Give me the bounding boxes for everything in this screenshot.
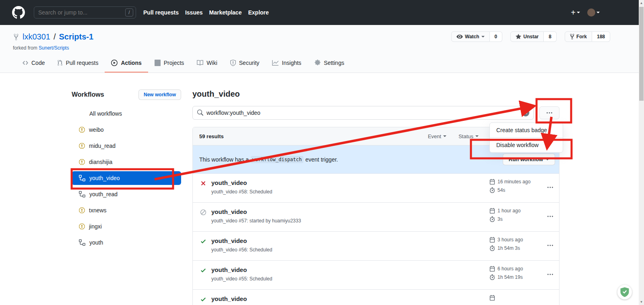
kebab-horizontal-icon <box>547 271 553 278</box>
run-options-button[interactable] <box>547 213 553 221</box>
sidebar-item-youth[interactable]: youth <box>72 234 181 251</box>
run-time: 16 minutes ago <box>497 179 530 185</box>
status-filter-label: Status <box>458 133 473 139</box>
status-filter-dropdown[interactable]: Status <box>458 133 479 139</box>
sidebar-item-jingxi[interactable]: jingxi <box>72 218 181 234</box>
nav-marketplace[interactable]: Marketplace <box>209 9 242 16</box>
run-title-link[interactable]: youth_video <box>211 179 272 186</box>
run-options-button[interactable] <box>547 184 553 192</box>
adguard-shield-badge[interactable] <box>617 285 632 299</box>
sidebar-item-midu-read[interactable]: midu_read <box>72 138 181 154</box>
scrollbar-thumb[interactable] <box>639 7 644 101</box>
kebab-horizontal-icon <box>546 110 553 116</box>
forked-from-label: forked from <box>13 45 37 51</box>
workflow-label: dianshijia <box>89 159 112 165</box>
fork-button[interactable]: Fork <box>565 31 592 42</box>
browser-scrollbar[interactable]: ▲ ▼ <box>639 0 644 305</box>
new-workflow-button[interactable]: New workflow <box>138 89 181 100</box>
workflow-options-button[interactable] <box>539 106 559 119</box>
check-success-icon <box>200 296 206 303</box>
tab-code[interactable]: Code <box>16 55 51 73</box>
watch-button[interactable]: Watch <box>451 31 490 42</box>
workflow-icon <box>79 175 85 181</box>
calendar-icon <box>489 266 495 272</box>
github-logo-icon[interactable] <box>12 6 25 19</box>
fork-count[interactable]: 188 <box>592 31 610 42</box>
tab-actions[interactable]: Actions <box>105 55 148 73</box>
tab-wiki[interactable]: Wiki <box>190 55 223 73</box>
banner-text: event trigger. <box>305 156 338 163</box>
run-row[interactable]: youth_video youth_video #58: Scheduled 1… <box>193 174 559 203</box>
nav-pull-requests[interactable]: Pull requests <box>143 9 179 16</box>
run-title-link[interactable]: youth_video <box>211 266 272 273</box>
run-duration: 3s <box>497 216 503 222</box>
watch-count[interactable]: 0 <box>490 31 503 42</box>
stopwatch-icon <box>489 216 495 222</box>
green-shield-check-icon <box>620 287 629 297</box>
warning-icon <box>79 143 85 149</box>
results-count: 59 results <box>199 133 224 139</box>
create-new-button[interactable]: + <box>571 8 580 17</box>
run-options-button[interactable] <box>547 242 553 250</box>
banner-code: workflow_dispatch <box>251 156 303 163</box>
unstar-label: Unstar <box>523 34 539 39</box>
sidebar-item-all-workflows[interactable]: All workflows <box>72 106 181 122</box>
tab-insights[interactable]: Insights <box>266 55 308 73</box>
global-search-input[interactable] <box>38 9 125 16</box>
runs-filter-input[interactable] <box>206 110 519 116</box>
global-search[interactable]: / <box>34 6 136 19</box>
repo-owner-link[interactable]: lxk0301 <box>23 32 50 41</box>
tab-security[interactable]: Security <box>224 55 266 73</box>
scrollbar-down-arrow[interactable]: ▼ <box>639 299 644 305</box>
search-icon <box>197 110 203 116</box>
nav-issues[interactable]: Issues <box>185 9 203 16</box>
sidebar-item-youth-read[interactable]: youth_read <box>72 186 181 202</box>
workflow-label: All workflows <box>89 110 122 117</box>
user-menu-button[interactable] <box>587 8 600 17</box>
menu-item-create-status-badge[interactable]: Create status badge <box>490 123 563 137</box>
repo-tabs: Code Pull requests Actions Projects Wiki… <box>16 55 351 73</box>
run-meta: 3 hours ago 1h 54m 3s <box>489 237 523 254</box>
run-meta: 16 minutes ago 54s <box>489 179 530 196</box>
sidebar-item-dianshijia[interactable]: dianshijia <box>72 154 181 170</box>
tab-projects[interactable]: Projects <box>148 55 191 73</box>
scrollbar-up-arrow[interactable]: ▲ <box>639 0 644 6</box>
workflow-options-menu: Create status badge Disable workflow <box>489 122 563 153</box>
star-count[interactable]: 8 <box>544 31 557 42</box>
nav-explore[interactable]: Explore <box>248 9 268 16</box>
unstar-button[interactable]: Unstar <box>510 31 544 42</box>
event-filter-dropdown[interactable]: Event <box>428 133 446 139</box>
repo-forked-icon <box>13 33 19 41</box>
run-row[interactable]: youth_video youth_video #57: started by … <box>193 203 559 232</box>
menu-item-disable-workflow[interactable]: Disable workflow <box>490 137 563 152</box>
sidebar-item-txnews[interactable]: txnews <box>72 202 181 218</box>
tab-settings[interactable]: Settings <box>308 55 351 73</box>
run-title-link[interactable]: youth_video <box>211 237 272 244</box>
forked-from-link[interactable]: Sunert/Scripts <box>39 45 69 51</box>
run-time: 3 hours ago <box>497 237 523 243</box>
tab-label: Settings <box>324 60 345 66</box>
sidebar-item-youth-video[interactable]: youth_video <box>72 171 181 185</box>
run-workflow-button[interactable]: Run workflow <box>503 154 555 165</box>
calendar-icon <box>489 208 495 214</box>
run-row[interactable]: youth_video youth_video #55: Scheduled 6… <box>193 261 559 290</box>
run-row[interactable]: youth_video <box>193 290 559 305</box>
kebab-horizontal-icon <box>547 242 553 249</box>
workflow-icon <box>79 239 85 246</box>
run-options-button[interactable] <box>547 271 553 279</box>
stopwatch-icon <box>489 245 495 251</box>
tab-pull-requests[interactable]: Pull requests <box>51 55 105 73</box>
github-header: / Pull requests Issues Marketplace Explo… <box>0 0 644 25</box>
tab-label: Security <box>239 60 260 66</box>
forked-from: forked from Sunert/Scripts <box>13 45 69 51</box>
run-title-link[interactable]: youth_video <box>211 295 247 302</box>
run-row[interactable]: youth_video youth_video #56: Scheduled 3… <box>193 232 559 261</box>
clear-filter-button[interactable] <box>522 109 529 116</box>
sidebar-item-weibo[interactable]: weibo <box>72 122 181 138</box>
run-duration: 54s <box>497 187 505 193</box>
chevron-down-icon <box>481 36 485 37</box>
run-title-link[interactable]: youth_video <box>211 208 301 215</box>
fork-label: Fork <box>576 34 587 39</box>
repo-name-link[interactable]: Scripts-1 <box>59 32 94 41</box>
run-duration: 1h 54m 19s <box>497 274 523 280</box>
